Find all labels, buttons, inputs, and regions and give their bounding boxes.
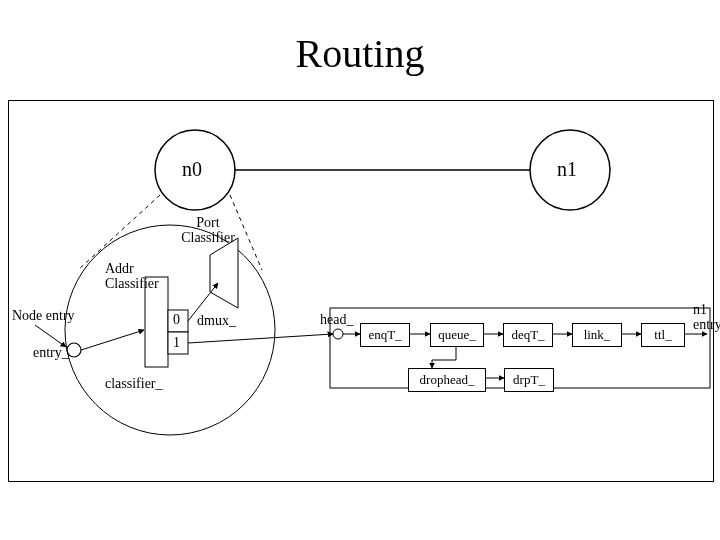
- port-classifier-label: Port Classifier: [178, 215, 238, 246]
- drpt-box: drpT_: [504, 368, 554, 392]
- page-title: Routing: [0, 30, 720, 77]
- addr-classifier-label: Addr Classifier: [105, 261, 159, 292]
- dmux-label: dmux_: [197, 313, 236, 328]
- link-box: link_: [572, 323, 622, 347]
- n1-entry-label: n1 entry_: [693, 302, 720, 333]
- queue-box: queue_: [430, 323, 484, 347]
- node-entry-label: Node entry: [12, 308, 75, 323]
- entry-underscore-label: entry_: [33, 345, 69, 360]
- addr-port-1: 1: [173, 335, 180, 350]
- enqt-box: enqT_: [360, 323, 410, 347]
- classifier-underscore-label: classifier_: [105, 376, 163, 391]
- drophead-box: drophead_: [408, 368, 486, 392]
- node-n1-label: n1: [557, 158, 577, 181]
- addr-port-0: 0: [173, 312, 180, 327]
- ttl-box: ttl_: [641, 323, 685, 347]
- node-n0-label: n0: [182, 158, 202, 181]
- head-label: head_: [320, 312, 353, 327]
- deqt-box: deqT_: [503, 323, 553, 347]
